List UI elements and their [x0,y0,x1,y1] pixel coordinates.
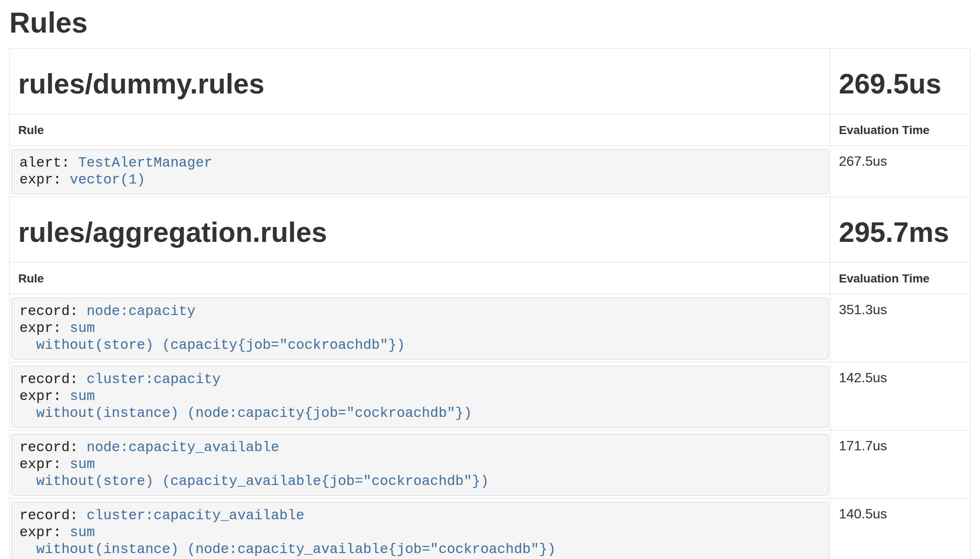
column-header-row: Rule Evaluation Time [10,114,971,146]
rule-evaluation-time: 171.7us [830,430,971,499]
expr-keyword-label: expr: [19,172,61,188]
rule-group-header-row: rules/aggregation.rules 295.7ms [10,197,971,263]
rule-type-label: record: [19,304,78,319]
rule-name-link[interactable]: TestAlertManager [78,155,212,171]
rule-expr-link[interactable]: sum without(store) (capacity_available{j… [19,457,489,489]
rule-row: record: cluster:capacity_available expr:… [10,499,971,559]
rule-expr-link[interactable]: sum without(store) (capacity{job="cockro… [19,321,405,353]
rule-row: record: node:capacity expr: sum without(… [10,294,971,362]
rule-type-label: alert: [19,155,70,171]
rule-type-label: record: [19,508,78,523]
rule-expr-link[interactable]: sum without(instance) (node:capacity{job… [19,389,472,421]
column-header-evaluation-time: Evaluation Time [830,114,971,146]
rule-evaluation-time: 267.5us [830,146,971,197]
expr-keyword-label: expr: [19,457,61,472]
rule-definition: record: node:capacity_available expr: su… [11,434,829,496]
page-title: Rules [9,6,971,39]
rule-cell: record: node:capacity_available expr: su… [10,430,830,499]
column-header-evaluation-time: Evaluation Time [830,263,971,294]
rule-evaluation-time: 351.3us [830,294,971,362]
rule-row: record: node:capacity_available expr: su… [10,430,971,499]
rule-name-link[interactable]: cluster:capacity_available [86,508,304,523]
rule-group-file-cell: rules/aggregation.rules [10,197,830,263]
rule-group-file-name: rules/aggregation.rules [18,216,821,248]
rule-group-time-cell: 269.5us [830,49,971,114]
rule-name-link[interactable]: cluster:capacity [86,372,220,387]
rule-type-label: record: [19,372,78,387]
rule-group-file-name: rules/dummy.rules [18,68,821,99]
rule-cell: alert: TestAlertManager expr: vector(1) [10,146,830,197]
rule-name-link[interactable]: node:capacity [86,304,195,319]
rule-row: record: cluster:capacity expr: sum witho… [10,362,971,430]
expr-keyword-label: expr: [19,525,61,540]
rule-evaluation-time: 140.5us [830,499,971,559]
column-header-rule: Rule [10,263,830,294]
column-header-row: Rule Evaluation Time [10,263,971,294]
rule-definition: record: cluster:capacity expr: sum witho… [11,366,829,427]
rule-group-time-cell: 295.7ms [830,197,971,263]
rule-name-link[interactable]: node:capacity_available [86,440,279,455]
rule-definition: alert: TestAlertManager expr: vector(1) [11,149,829,194]
rule-cell: record: node:capacity expr: sum without(… [10,294,830,362]
rule-cell: record: cluster:capacity expr: sum witho… [10,362,830,430]
rules-table-body: rules/dummy.rules 269.5us Rule Evaluatio… [10,49,971,559]
rules-page: Rules rules/dummy.rules 269.5us Rule Eva… [0,6,980,559]
rule-definition: record: cluster:capacity_available expr:… [11,502,829,559]
expr-keyword-label: expr: [19,321,61,336]
rule-group-header-row: rules/dummy.rules 269.5us [10,49,971,114]
rules-table: rules/dummy.rules 269.5us Rule Evaluatio… [9,48,971,559]
rule-type-label: record: [19,440,78,455]
rule-group-evaluation-time: 269.5us [839,68,962,99]
rule-row: alert: TestAlertManager expr: vector(1) … [10,146,971,197]
rule-cell: record: cluster:capacity_available expr:… [10,499,830,559]
rule-group-evaluation-time: 295.7ms [839,216,962,248]
rule-evaluation-time: 142.5us [830,362,971,430]
rule-group-file-cell: rules/dummy.rules [10,49,830,114]
rule-expr-link[interactable]: sum without(instance) (node:capacity_ava… [19,525,556,557]
rule-expr-link[interactable]: vector(1) [70,172,145,188]
expr-keyword-label: expr: [19,389,61,404]
rule-definition: record: node:capacity expr: sum without(… [11,298,829,359]
column-header-rule: Rule [10,114,830,146]
